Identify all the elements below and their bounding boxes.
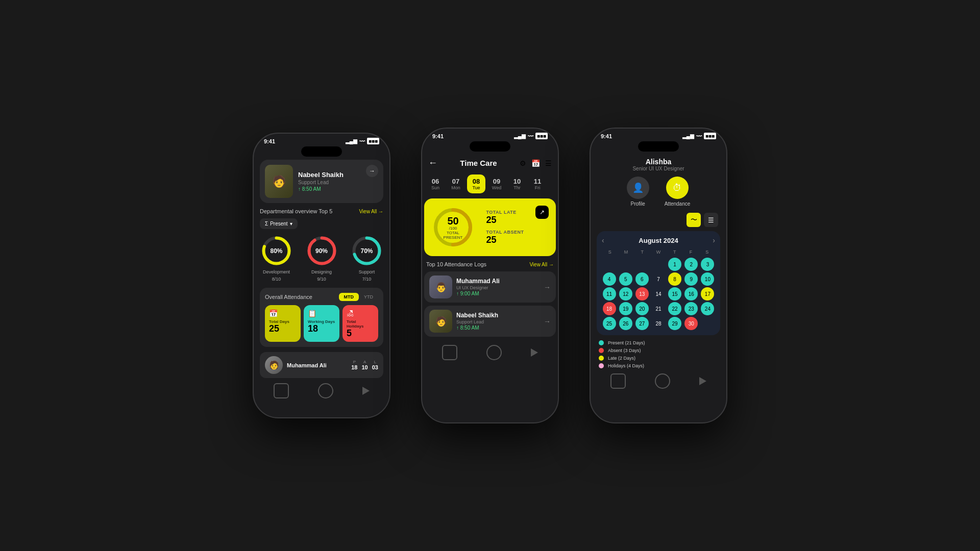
profile-time: 8:50 AM	[298, 186, 378, 192]
day-07[interactable]: 07 Mon	[447, 174, 465, 193]
day-08[interactable]: 08 Tue	[467, 174, 485, 193]
cal-cell[interactable]: 16	[684, 287, 698, 300]
menu-profile[interactable]: 👤 Profile	[627, 177, 649, 207]
chart-view-toggle[interactable]: 〜	[687, 213, 701, 227]
chevron-down-icon: ▾	[290, 221, 292, 227]
cal-cell[interactable]: 30	[684, 317, 698, 330]
person-avatar: 🧑	[265, 356, 283, 374]
expand-btn[interactable]: ↗	[535, 206, 549, 219]
view-toggle: 〜 ☰	[597, 213, 720, 227]
signal-icon-c: ▂▄▆	[514, 133, 526, 139]
right-phone-content: Alishba Senior UI UX Designer 👤 Profile …	[591, 155, 726, 368]
log-arrow-1[interactable]: →	[544, 283, 551, 291]
day-11[interactable]: 11 Fri	[528, 174, 547, 193]
nav-play-right[interactable]	[699, 377, 706, 385]
legend-text-absent: Absent (3 Days)	[608, 348, 641, 353]
nav-square-left[interactable]	[274, 383, 289, 398]
total-late-item: TOTAL LATE 25	[486, 210, 524, 226]
cal-cell[interactable]: 4	[603, 272, 616, 286]
view-all-dept[interactable]: View All →	[359, 209, 383, 214]
profile-card[interactable]: 🧑 Nabeel Shaikh Support Lead 8:50 AM →	[260, 160, 383, 203]
cal-cell[interactable]: 22	[668, 302, 681, 315]
cal-cell[interactable]: 19	[619, 302, 632, 315]
cal-next[interactable]: ›	[713, 236, 715, 244]
legend-dot-late	[599, 356, 604, 361]
total-late-label: TOTAL LATE	[486, 210, 524, 215]
cal-cell[interactable]: 5	[619, 272, 632, 286]
chart-development: 80% Development 8/10	[260, 234, 293, 282]
log-card-1[interactable]: 👨 Muhammad Ali UI UX Designer 9:00 AM →	[424, 271, 556, 303]
left-phone-content: 🧑 Nabeel Shaikh Support Lead 8:50 AM → D…	[254, 160, 389, 378]
wifi-icon: 〰	[359, 138, 365, 144]
chart-count-sup: 7/10	[362, 277, 372, 282]
cal-cell[interactable]: 13	[635, 287, 649, 300]
legend-text-present: Present (21 Days)	[608, 340, 645, 345]
cal-prev[interactable]: ‹	[602, 236, 604, 244]
nav-play-center[interactable]	[531, 348, 538, 357]
dynamic-island-right	[638, 141, 679, 152]
nav-square-center[interactable]	[442, 345, 457, 360]
legend-dot-holiday	[599, 363, 604, 368]
filter-button[interactable]: Σ Present ▾	[260, 218, 298, 229]
person-name: Muhammad Ali	[287, 362, 347, 368]
total-absent-item: TOTAL ABSENT 25	[486, 230, 524, 245]
cal-cell[interactable]: 6	[635, 272, 649, 286]
cal-cell[interactable]: 24	[701, 302, 714, 315]
cal-cell[interactable]: 18	[603, 302, 616, 315]
cal-cell[interactable]: 27	[635, 317, 649, 330]
nav-home-right[interactable]	[655, 373, 670, 389]
cal-cell[interactable]: 10	[701, 272, 714, 286]
filter-icon-c[interactable]: ⚙	[520, 159, 526, 167]
cal-cell[interactable]: 12	[619, 287, 632, 300]
day-06[interactable]: 06 Sun	[426, 174, 445, 193]
profile-arrow[interactable]: →	[366, 165, 378, 177]
list-view-toggle[interactable]: ☰	[704, 213, 718, 227]
cal-cell[interactable]: 1	[668, 258, 681, 271]
cal-cell[interactable]: 11	[603, 287, 616, 300]
stats-row: 📅 Total Days 25 📋 Working Days 18 🏖 Tota…	[265, 305, 378, 342]
tab-ytd[interactable]: YTD	[359, 293, 378, 301]
day-09[interactable]: 09 Wed	[487, 174, 506, 193]
right-profile-name: Alishba	[597, 158, 720, 166]
logs-view-all[interactable]: View All →	[529, 262, 554, 267]
menu-icon-c[interactable]: ☰	[545, 159, 552, 167]
cal-cell[interactable]: 17	[701, 287, 714, 300]
tab-mtd[interactable]: MTD	[339, 293, 359, 301]
donut-label-dev: 80%	[270, 247, 282, 255]
logs-title: Top 10 Attendance Logs	[426, 261, 486, 267]
log-time-2: 8:50 AM	[456, 325, 498, 331]
attendance-icon-circle: ⏱	[666, 177, 689, 199]
nav-square-right[interactable]	[610, 373, 626, 389]
log-card-2[interactable]: 🧑 Nabeel Shaikh Support Lead 8:50 AM →	[424, 306, 556, 337]
chart-name-des: Designing	[311, 269, 332, 274]
cal-cell[interactable]: 15	[668, 287, 681, 300]
cal-cell[interactable]: 20	[635, 302, 649, 315]
calendar-icon-c[interactable]: 📅	[531, 159, 540, 167]
total-absent-label: TOTAL ABSENT	[486, 230, 524, 235]
donut-label-des: 90%	[315, 247, 328, 255]
legend-text-holiday: Holidays (4 Days)	[608, 363, 644, 368]
cal-cell[interactable]: 26	[619, 317, 632, 330]
cal-cell	[635, 258, 649, 271]
day-10[interactable]: 10 Thr	[508, 174, 526, 193]
legend-late: Late (2 Days)	[599, 356, 718, 361]
cal-cell[interactable]: 29	[668, 317, 681, 330]
cal-cell[interactable]: 23	[684, 302, 698, 315]
cal-title: August 2024	[639, 237, 678, 244]
person-row[interactable]: 🧑 Muhammad Ali P 18 A 10 L 03	[260, 352, 383, 378]
nav-home-left[interactable]	[318, 383, 333, 398]
nav-home-center[interactable]	[486, 345, 502, 360]
signal-icon-r: ▂▄▆	[682, 133, 694, 139]
nav-play-left[interactable]	[362, 387, 370, 395]
cal-cell[interactable]: 8	[668, 272, 681, 286]
nav-bar-center: ← Time Care ⚙ 📅 ☰	[422, 155, 558, 171]
back-icon[interactable]: ←	[428, 158, 437, 168]
cal-cell[interactable]: 2	[684, 258, 698, 271]
cal-cell[interactable]: 3	[701, 258, 714, 271]
calendar: ‹ August 2024 › S M T W T F S	[597, 231, 720, 335]
log-arrow-2[interactable]: →	[544, 317, 551, 325]
cal-cell[interactable]: 25	[603, 317, 616, 330]
menu-attendance[interactable]: ⏱ Attendance	[665, 177, 691, 207]
cal-cell[interactable]: 9	[684, 272, 698, 286]
profile-icon-circle: 👤	[627, 177, 649, 199]
